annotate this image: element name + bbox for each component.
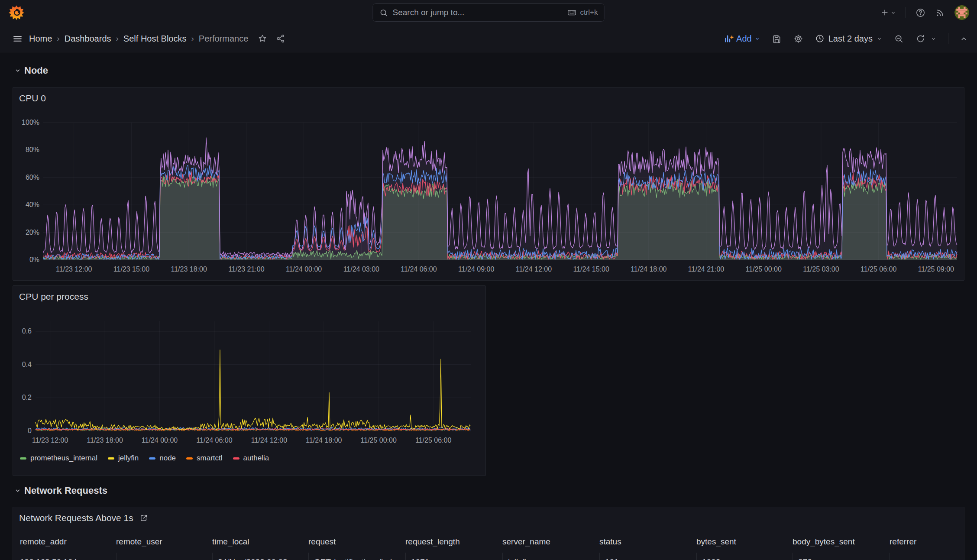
cell-remote-addr: 192.168.50.104 <box>20 553 116 560</box>
plus-icon <box>880 8 889 17</box>
col-request-length[interactable]: request_length <box>405 537 502 547</box>
breadcrumb-dashboards[interactable]: Dashboards <box>65 34 111 44</box>
svg-text:11/24 12:00: 11/24 12:00 <box>516 265 552 273</box>
refresh-interval-chevron-icon[interactable] <box>931 36 936 42</box>
section-collapse-icon <box>15 68 21 74</box>
svg-text:11/23 12:00: 11/23 12:00 <box>56 265 92 273</box>
col-remote-user[interactable]: remote_user <box>116 537 212 547</box>
svg-text:11/23 18:00: 11/23 18:00 <box>87 437 123 444</box>
section-collapse-icon <box>15 488 21 494</box>
svg-text:11/24 15:00: 11/24 15:00 <box>573 265 609 273</box>
panel-network-requests-table: Network Requests Above 1s remote_addr re… <box>13 507 964 560</box>
time-range-picker[interactable]: Last 2 days <box>815 34 882 44</box>
chevron-down-icon <box>890 10 896 16</box>
svg-text:0.4: 0.4 <box>22 361 32 368</box>
svg-text:40%: 40% <box>26 201 39 208</box>
chart-legend: prometheus_internal jellyfin node smartc… <box>20 454 269 463</box>
kiosk-mode-caret-icon[interactable] <box>960 35 967 42</box>
dashboard-settings-icon[interactable] <box>793 34 803 44</box>
time-range-label: Last 2 days <box>828 34 873 44</box>
section-node-label: Node <box>24 65 48 76</box>
svg-text:11/24 09:00: 11/24 09:00 <box>458 265 494 273</box>
share-icon[interactable] <box>276 34 285 43</box>
svg-text:11/24 06:00: 11/24 06:00 <box>196 437 232 444</box>
zoom-out-icon[interactable] <box>894 34 904 44</box>
external-link-icon[interactable] <box>139 514 148 522</box>
svg-text:11/23 15:00: 11/23 15:00 <box>113 265 149 273</box>
cpu-per-process-chart[interactable]: 11/23 12:0011/23 18:0011/24 00:0011/24 0… <box>13 286 485 476</box>
breadcrumb-separator: › <box>116 34 119 43</box>
svg-text:11/24 00:00: 11/24 00:00 <box>286 265 322 273</box>
add-panel-button[interactable]: Add <box>724 34 760 44</box>
legend-swatch <box>20 457 26 460</box>
cell-server-name: jellyfin <box>502 553 599 560</box>
col-time-local[interactable]: time_local <box>212 537 308 547</box>
bar-chart-add-icon <box>724 34 734 44</box>
user-avatar[interactable] <box>954 5 969 20</box>
col-referrer[interactable]: referrer <box>890 537 957 547</box>
dashboard-toolbar: Home › Dashboards › Self Host Blocks › P… <box>0 25 977 52</box>
cpu0-chart[interactable]: 11/23 12:0011/23 15:0011/23 18:0011/23 2… <box>13 87 964 280</box>
breadcrumb-folder[interactable]: Self Host Blocks <box>123 34 187 44</box>
table-row: 192.168.50.104 24/Nov/2023:00:08 GET /no… <box>13 553 964 560</box>
chevron-down-icon <box>877 36 882 42</box>
legend-item-prometheus-internal[interactable]: prometheus_internal <box>20 454 97 463</box>
divider <box>948 33 948 44</box>
svg-text:100%: 100% <box>22 119 39 126</box>
svg-text:11/24 12:00: 11/24 12:00 <box>251 437 287 444</box>
top-nav: Search or jump to... ctrl+k <box>0 0 977 26</box>
legend-item-authelia[interactable]: authelia <box>233 454 269 463</box>
favorite-star-icon[interactable] <box>258 34 267 43</box>
svg-text:11/24 06:00: 11/24 06:00 <box>401 265 437 273</box>
news-rss-icon[interactable] <box>935 8 945 18</box>
col-remote-addr[interactable]: remote_addr <box>20 537 116 547</box>
grafana-dashboard: Search or jump to... ctrl+k <box>0 0 977 560</box>
panel-cpu0: CPU 0 11/23 12:0011/23 15:0011/23 18:001… <box>13 87 964 281</box>
svg-text:0: 0 <box>28 427 32 434</box>
svg-text:11/25 09:00: 11/25 09:00 <box>918 265 954 273</box>
keyboard-icon <box>567 8 576 17</box>
table-header-row: remote_addr remote_user time_local reque… <box>13 531 964 552</box>
legend-swatch <box>108 457 114 460</box>
search-input[interactable]: Search or jump to... ctrl+k <box>373 3 605 22</box>
new-button[interactable] <box>880 8 896 17</box>
legend-item-jellyfin[interactable]: jellyfin <box>108 454 139 463</box>
section-network-label: Network Requests <box>24 485 107 496</box>
svg-text:11/23 18:00: 11/23 18:00 <box>171 265 207 273</box>
help-icon[interactable] <box>916 8 925 18</box>
search-shortcut: ctrl+k <box>567 8 598 17</box>
grafana-logo[interactable] <box>9 5 24 20</box>
legend-item-smartctl[interactable]: smartctl <box>186 454 223 463</box>
svg-text:11/24 18:00: 11/24 18:00 <box>306 437 342 444</box>
grafana-flame-icon <box>9 5 24 20</box>
svg-text:11/25 03:00: 11/25 03:00 <box>803 265 839 273</box>
col-body-bytes-sent[interactable]: body_bytes_sent <box>793 537 890 547</box>
col-request[interactable]: request <box>308 537 405 547</box>
svg-text:0.6: 0.6 <box>22 327 32 335</box>
cell-referrer <box>890 553 957 560</box>
svg-text:11/23 12:00: 11/23 12:00 <box>32 437 68 444</box>
svg-text:11/24 03:00: 11/24 03:00 <box>343 265 379 273</box>
panel-network-table-title[interactable]: Network Requests Above 1s <box>19 513 148 523</box>
search-placeholder: Search or jump to... <box>393 8 563 17</box>
cell-time-local: 24/Nov/2023:00:08 <box>212 553 308 560</box>
save-dashboard-icon[interactable] <box>772 34 782 44</box>
legend-item-node[interactable]: node <box>149 454 176 463</box>
panel-cpu-per-process: CPU per process 11/23 12:0011/23 18:0011… <box>13 285 486 476</box>
cell-remote-user <box>116 553 212 560</box>
mega-menu-icon[interactable] <box>12 33 23 44</box>
section-network-requests[interactable]: Network Requests <box>15 485 107 496</box>
breadcrumb: Home › Dashboards › Self Host Blocks › P… <box>29 34 248 44</box>
svg-text:11/25 00:00: 11/25 00:00 <box>361 437 397 444</box>
svg-text:11/25 00:00: 11/25 00:00 <box>746 265 782 273</box>
breadcrumb-home[interactable]: Home <box>29 34 52 44</box>
col-server-name[interactable]: server_name <box>502 537 599 547</box>
svg-text:11/24 00:00: 11/24 00:00 <box>142 437 178 444</box>
col-status[interactable]: status <box>599 537 696 547</box>
svg-text:11/23 21:00: 11/23 21:00 <box>228 265 264 273</box>
refresh-icon[interactable] <box>916 34 925 44</box>
col-bytes-sent[interactable]: bytes_sent <box>696 537 793 547</box>
cell-body-bytes-sent: 872 <box>793 553 890 560</box>
clock-icon <box>815 34 825 43</box>
section-node[interactable]: Node <box>15 65 48 76</box>
